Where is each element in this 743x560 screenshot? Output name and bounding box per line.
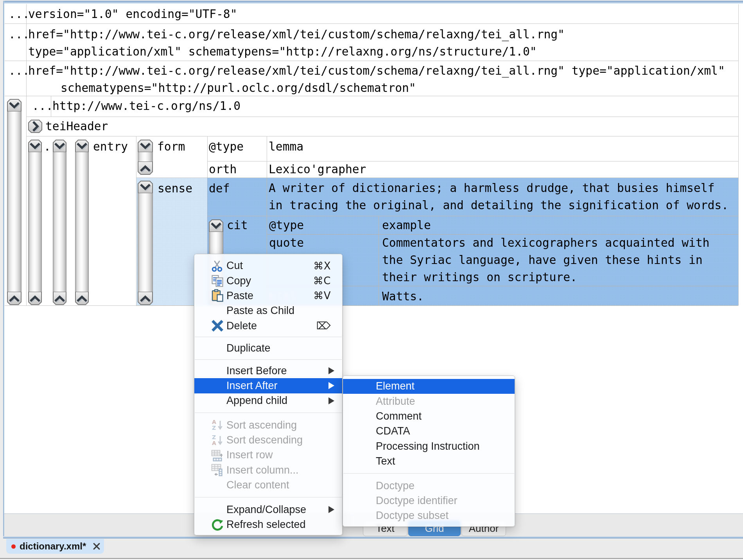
menu-item-refresh-selected[interactable]: Refresh selected — [194, 517, 342, 532]
menu-item-label: Cut — [226, 260, 243, 272]
collapse-track-text[interactable] — [28, 152, 42, 292]
quote-element-value[interactable]: Commentators and lexicographers acquaint… — [382, 234, 709, 286]
menu-item-label: Copy — [226, 275, 251, 287]
column-divider — [379, 216, 379, 305]
menu-item-insert-column[interactable]: Insert column... — [194, 463, 342, 477]
collapse-button-entry[interactable] — [75, 140, 89, 152]
submenu-item-text[interactable]: Text — [343, 454, 515, 468]
tab-close-icon[interactable] — [93, 542, 101, 550]
menu-item-label: Sort descending — [226, 434, 303, 446]
collapse-button-text[interactable] — [28, 140, 42, 152]
entry-element-label[interactable]: entry — [93, 138, 128, 155]
collapse-button-cit[interactable] — [209, 219, 223, 232]
collapse-bar-form — [138, 140, 153, 175]
menu-item-shortcut: ⌦ — [316, 320, 337, 332]
menu-item-paste-as-child[interactable]: Paste as Child — [194, 303, 342, 318]
tab-dictionary-xml[interactable]: dictionary.xml* — [6, 539, 104, 554]
submenu-item-label: Doctype subset — [376, 510, 449, 522]
submenu-item-label: CDATA — [376, 425, 410, 437]
submenu-item-comment[interactable]: Comment — [343, 409, 515, 424]
xml-declaration-text[interactable]: version="1.0" encoding="UTF-8" — [28, 5, 237, 23]
menu-item-label: Clear content — [226, 479, 289, 491]
sort-descending-icon: Z A — [211, 434, 224, 447]
collapse-bottom-button-tei[interactable] — [7, 292, 22, 305]
sense-element-label[interactable]: sense — [158, 180, 192, 197]
collapse-track-sense[interactable] — [138, 193, 153, 292]
xml-model-2-line2[interactable]: schematypens="http://purl.oclc.org/dsdl/… — [61, 79, 416, 97]
menu-item-label: Refresh selected — [226, 519, 306, 531]
collapse-track-tei[interactable] — [7, 111, 22, 292]
quote-element-name[interactable]: quote — [269, 234, 304, 251]
collapse-button-form[interactable] — [138, 140, 153, 152]
teiheader-element-label[interactable]: teiHeader — [45, 118, 108, 135]
row-divider — [5, 23, 738, 24]
def-element-name[interactable]: def — [209, 180, 230, 197]
collapse-bar-text — [28, 140, 42, 305]
collapse-bar-body — [53, 140, 66, 305]
submenu-item-label: Comment — [376, 410, 422, 422]
menu-item-label: Duplicate — [226, 342, 271, 354]
row-divider — [27, 136, 738, 136]
cit-type-attribute-value[interactable]: example — [382, 217, 431, 234]
collapse-button-tei[interactable] — [7, 99, 22, 111]
submenu-item-cdata[interactable]: CDATA — [343, 424, 515, 439]
menu-item-icon-slot — [211, 364, 224, 377]
submenu-item-doctype[interactable]: Doctype — [343, 478, 515, 493]
tei-namespace-value[interactable]: http://www.tei-c.org/ns/1.0 — [52, 97, 240, 115]
menu-item-insert-before[interactable]: Insert Before — [194, 363, 342, 378]
text-element-label[interactable]: . — [44, 138, 51, 155]
tei-attributes-collapsed-marker[interactable]: ... — [32, 97, 53, 115]
expand-button-teiheader[interactable] — [28, 120, 42, 133]
xml-model-2-line1[interactable]: href="http://www.tei-c.org/release/xml/t… — [28, 62, 725, 79]
collapse-track-entry[interactable] — [75, 152, 89, 292]
menu-item-duplicate[interactable]: Duplicate — [194, 341, 342, 355]
menu-item-shortcut: ⌘X — [313, 260, 337, 272]
cit-type-attribute-name[interactable]: @type — [269, 217, 304, 234]
menu-item-expand-collapse[interactable]: Expand/Collapse — [194, 502, 342, 517]
submenu-item-doctype-subset[interactable]: Doctype subset — [343, 508, 515, 523]
menu-item-insert-row[interactable]: Insert row — [194, 448, 342, 463]
orth-element-value[interactable]: Lexico'grapher — [269, 161, 366, 178]
editor-frame-top-border — [3, 1, 743, 4]
submenu-item-attribute[interactable]: Attribute — [343, 394, 515, 409]
collapse-bottom-button-entry[interactable] — [75, 292, 89, 305]
submenu-item-element[interactable]: Element — [343, 379, 515, 394]
menu-item-sort-descending[interactable]: Z A Sort descending — [194, 433, 342, 447]
menu-item-clear-content[interactable]: Clear content — [194, 478, 342, 493]
collapse-bottom-button-sense[interactable] — [138, 292, 153, 305]
submenu-arrow-icon — [328, 397, 334, 404]
def-element-value[interactable]: A writer of dictionaries; a harmless dru… — [269, 179, 729, 214]
submenu-item-doctype-identifier[interactable]: Doctype identifier — [343, 493, 515, 508]
bibl-element-value[interactable]: Watts. — [382, 288, 424, 305]
collapse-track-form[interactable] — [138, 152, 153, 162]
xml-model-1-text[interactable]: href="http://www.tei-c.org/release/xml/t… — [28, 26, 565, 60]
collapse-bottom-button-body[interactable] — [53, 292, 66, 305]
form-element-label[interactable]: form — [157, 138, 185, 155]
menu-item-paste[interactable]: Paste⌘V — [194, 288, 342, 303]
menu-item-delete[interactable]: Delete⌦ — [194, 318, 342, 333]
collapse-button-sense[interactable] — [138, 181, 153, 193]
collapse-bottom-button-form[interactable] — [138, 162, 153, 175]
menu-item-insert-after[interactable]: Insert After — [194, 378, 342, 393]
collapse-bottom-button-text[interactable] — [28, 292, 42, 305]
context-menu: Cut⌘X Copy⌘C Paste⌘VPaste as Child Delet… — [194, 254, 343, 535]
form-type-attribute-name[interactable]: @type — [209, 138, 244, 155]
form-type-attribute-value[interactable]: lemma — [269, 138, 303, 155]
menu-item-icon-slot — [211, 304, 224, 318]
cit-element-label[interactable]: cit — [227, 217, 248, 234]
menu-item-sort-ascending[interactable]: A Z Sort ascending — [194, 418, 342, 433]
collapse-button-body[interactable] — [53, 140, 66, 152]
menu-item-copy[interactable]: Copy⌘C — [194, 273, 342, 288]
prolog-collapsed-marker[interactable]: ... — [9, 62, 29, 79]
prolog-collapsed-marker[interactable]: ... — [9, 26, 29, 43]
menu-item-label: Delete — [226, 320, 257, 332]
menu-item-append-child[interactable]: Append child — [194, 393, 342, 408]
prolog-collapsed-marker[interactable]: ... — [9, 5, 29, 23]
menu-item-cut[interactable]: Cut⌘X — [194, 258, 342, 273]
collapse-bar-entry — [75, 140, 89, 305]
orth-element-name[interactable]: orth — [209, 161, 237, 178]
submenu-item-processing-instruction[interactable]: Processing Instruction — [343, 439, 515, 454]
collapse-track-body[interactable] — [53, 152, 66, 292]
column-divider — [26, 4, 27, 305]
menu-item-label: Sort ascending — [226, 419, 297, 431]
